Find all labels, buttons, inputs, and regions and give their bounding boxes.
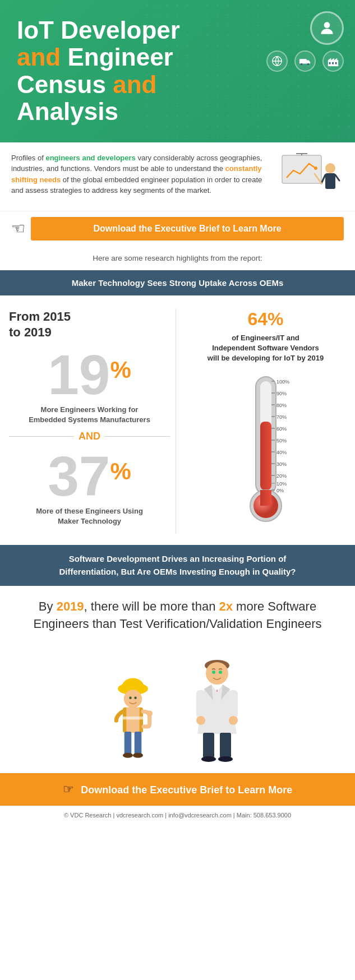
stat1-number: 19 bbox=[48, 346, 110, 403]
svg-rect-53 bbox=[123, 716, 143, 719]
svg-text:60%: 60% bbox=[276, 426, 287, 432]
thermometer: 100% 90% 80% 70% 60% 50% 40% 30% 20% 10% bbox=[232, 371, 299, 534]
divider-line-left bbox=[9, 436, 74, 437]
section2-stats: By 2019, there will be more than 2x more… bbox=[0, 586, 355, 639]
intro-text: Profiles of engineers and developers var… bbox=[11, 152, 268, 196]
worker-character bbox=[102, 661, 164, 762]
header-section: IoT Developer and Engineer Census and An… bbox=[0, 0, 355, 142]
svg-point-50 bbox=[134, 696, 137, 699]
svg-rect-55 bbox=[124, 732, 131, 755]
svg-point-60 bbox=[206, 662, 228, 685]
stats-right: 64% of Engineers/IT and Independent Soft… bbox=[176, 309, 346, 534]
section2-header: Software Development Drives an Increasin… bbox=[0, 545, 355, 586]
stat2-percent: % bbox=[110, 458, 131, 485]
header-icon-row bbox=[266, 50, 344, 72]
svg-point-49 bbox=[129, 696, 132, 699]
footer-text: © VDC Research | vdcresearch.com | info@… bbox=[64, 812, 291, 819]
title-line3-word2: Analysis bbox=[17, 98, 118, 125]
title-line1: IoT Developer bbox=[17, 16, 180, 44]
characters-section bbox=[0, 639, 355, 773]
cta-button[interactable]: Download the Executive Brief to Learn Mo… bbox=[31, 217, 344, 241]
intro-section: Profiles of engineers and developers var… bbox=[0, 142, 355, 211]
stat1-percent: % bbox=[110, 357, 131, 383]
svg-point-69 bbox=[196, 716, 205, 725]
svg-text:50%: 50% bbox=[276, 438, 287, 443]
intro-text-before: Profiles of bbox=[11, 154, 45, 162]
person-svg bbox=[318, 19, 336, 37]
stats-left: From 2015 to 2019 19% More Engineers Wor… bbox=[9, 309, 176, 534]
stat2-label: More of these Engineers Using Maker Tech… bbox=[9, 506, 170, 526]
bottom-hand-icon: ☞ bbox=[63, 782, 74, 796]
stats-section: From 2015 to 2019 19% More Engineers Wor… bbox=[0, 295, 355, 546]
svg-point-74 bbox=[218, 756, 233, 762]
svg-text:40%: 40% bbox=[276, 450, 287, 455]
svg-rect-7 bbox=[332, 62, 334, 64]
svg-line-15 bbox=[321, 175, 325, 183]
and-text: AND bbox=[79, 431, 100, 442]
svg-rect-72 bbox=[220, 733, 231, 758]
svg-rect-56 bbox=[134, 732, 141, 755]
svg-rect-2 bbox=[299, 59, 307, 63]
svg-text:30%: 30% bbox=[276, 461, 287, 467]
bottom-cta-section[interactable]: ☞ Download the Executive Brief to Learn … bbox=[0, 773, 355, 806]
svg-point-12 bbox=[314, 167, 317, 170]
stat1-label: More Engineers Working for Embedded Syst… bbox=[9, 405, 170, 425]
divider-line-right bbox=[105, 436, 170, 437]
factory-icon bbox=[322, 50, 344, 72]
svg-rect-52 bbox=[126, 708, 139, 733]
intro-image bbox=[276, 152, 344, 203]
svg-point-70 bbox=[229, 716, 238, 725]
globe-svg bbox=[271, 55, 283, 67]
svg-text:100%: 100% bbox=[276, 379, 289, 385]
svg-rect-68 bbox=[229, 690, 238, 718]
svg-text:0%: 0% bbox=[276, 488, 284, 493]
svg-point-62 bbox=[219, 671, 222, 674]
year-2019: 2019 bbox=[57, 599, 84, 613]
factory-svg bbox=[327, 55, 339, 67]
cta-section[interactable]: ☞ Download the Executive Brief to Learn … bbox=[0, 211, 355, 249]
svg-point-57 bbox=[123, 753, 133, 758]
truck-icon bbox=[294, 50, 316, 72]
engineer-character bbox=[181, 644, 253, 762]
stat2-number: 37 bbox=[48, 448, 110, 504]
intro-highlight1: engineers and developers bbox=[45, 154, 135, 162]
svg-rect-67 bbox=[196, 690, 205, 718]
svg-rect-8 bbox=[335, 62, 337, 64]
svg-point-73 bbox=[201, 756, 216, 762]
svg-point-54 bbox=[146, 710, 153, 716]
svg-text:20%: 20% bbox=[276, 473, 287, 479]
svg-rect-6 bbox=[329, 62, 331, 64]
section2-text: By 2019, there will be more than 2x more… bbox=[11, 598, 344, 633]
section1-header: Maker Technology Sees Strong Uptake Acro… bbox=[0, 270, 355, 295]
svg-rect-23 bbox=[260, 490, 271, 506]
2x-label: 2x bbox=[219, 599, 233, 613]
svg-text:80%: 80% bbox=[276, 403, 287, 408]
title-line2-word: Engineer bbox=[67, 43, 173, 71]
right-desc: of Engineers/IT and Independent Software… bbox=[208, 333, 324, 364]
svg-point-58 bbox=[133, 753, 143, 758]
svg-point-4 bbox=[307, 63, 310, 66]
svg-point-61 bbox=[212, 671, 215, 674]
svg-point-48 bbox=[123, 690, 141, 708]
title-and2: and bbox=[113, 71, 156, 98]
svg-rect-20 bbox=[260, 422, 271, 490]
header-icons bbox=[266, 11, 344, 72]
footer: © VDC Research | vdcresearch.com | info@… bbox=[0, 806, 355, 824]
svg-line-16 bbox=[335, 175, 339, 181]
svg-point-0 bbox=[324, 22, 330, 28]
hand-icon: ☞ bbox=[11, 219, 25, 238]
board-svg bbox=[276, 152, 344, 203]
thermometer-svg: 100% 90% 80% 70% 60% 50% 40% 30% 20% 10% bbox=[232, 371, 299, 534]
stat1-container: 19% bbox=[9, 346, 170, 403]
research-highlights: Here are some research highlights from t… bbox=[0, 249, 355, 270]
truck-svg bbox=[299, 55, 311, 67]
person-icon bbox=[310, 11, 344, 45]
svg-text:10%: 10% bbox=[276, 481, 287, 487]
svg-rect-14 bbox=[325, 173, 335, 189]
svg-text:90%: 90% bbox=[276, 391, 287, 396]
globe-icon bbox=[266, 50, 288, 72]
bottom-cta-label[interactable]: Download the Executive Brief to Learn Mo… bbox=[81, 784, 292, 796]
svg-text:70%: 70% bbox=[276, 414, 287, 420]
and-divider: AND bbox=[9, 431, 170, 442]
svg-point-13 bbox=[325, 163, 335, 173]
